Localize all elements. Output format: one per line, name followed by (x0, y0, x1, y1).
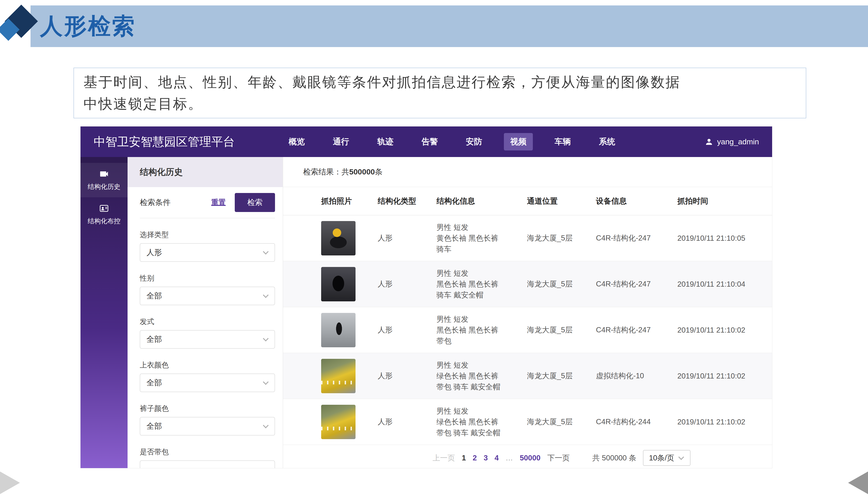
cell-type: 人形 (378, 371, 437, 381)
column-header-device: 设备信息 (596, 196, 678, 206)
app-header: 中智卫安智慧园区管理平台 概览 通行 轨迹 告警 安防 视频 车辆 系统 yan… (81, 126, 772, 157)
cell-device: C4R-结构化-247 (596, 325, 678, 335)
select-value: 全部 (147, 378, 162, 388)
cell-info: 男性 短发 绿色长袖 黑色长裤 带包 骑车 戴安全帽 (437, 360, 527, 392)
select-value: 人形 (147, 247, 162, 258)
sidebar-item-structured-control[interactable]: 结构化布控 (81, 197, 128, 232)
slide-forward-arrow[interactable] (848, 471, 868, 494)
hairstyle-select[interactable]: 全部 (140, 330, 275, 349)
field-label: 选择类型 (140, 230, 275, 239)
cell-type: 人形 (378, 279, 437, 289)
nav-item-vehicle[interactable]: 车辆 (548, 133, 577, 150)
nav-item-overview[interactable]: 概览 (282, 133, 311, 150)
chevron-down-icon (263, 292, 268, 298)
nav-item-system[interactable]: 系统 (592, 133, 622, 150)
capture-photo[interactable] (321, 405, 356, 439)
pagination-page-4[interactable]: 4 (495, 454, 499, 462)
pagination-next[interactable]: 下一页 (547, 453, 570, 463)
form-field-top-color: 上衣颜色 全部 (140, 361, 275, 392)
column-header-location: 通道位置 (527, 196, 596, 206)
info-line: 男性 短发 (437, 314, 527, 325)
platform-title: 中智卫安智慧园区管理平台 (94, 134, 235, 150)
form-field-has-bag: 是否带包 (140, 447, 275, 468)
cell-location: 海龙大厦_5层 (527, 371, 596, 381)
capture-photo[interactable] (321, 359, 356, 393)
id-card-icon (99, 203, 109, 214)
chevron-down-icon (263, 423, 268, 428)
field-label: 是否带包 (140, 447, 275, 456)
search-button[interactable]: 检索 (235, 193, 275, 212)
cell-time: 2019/10/11 21:10:02 (678, 372, 763, 380)
top-color-select[interactable]: 全部 (140, 374, 275, 392)
cell-type: 人形 (378, 325, 437, 335)
filter-panel: 结构化历史 检索条件 重置 检索 选择类型 人形 (128, 157, 283, 468)
cell-time: 2019/10/11 21:10:05 (678, 234, 763, 242)
capture-photo[interactable] (321, 313, 356, 347)
nav-item-access[interactable]: 通行 (327, 133, 356, 150)
cell-type: 人形 (378, 417, 437, 427)
form-field-type: 选择类型 人形 (140, 230, 275, 262)
title-banner: 人形检索 (31, 5, 868, 47)
results-prefix: 检索结果：共 (303, 167, 349, 177)
cell-device: C4R-结构化-247 (596, 233, 678, 243)
cell-time: 2019/10/11 21:10:04 (678, 280, 763, 288)
pagination-prev[interactable]: 上一页 (433, 453, 455, 463)
page-size-select[interactable]: 10条/页 (643, 450, 691, 466)
chevron-down-icon (263, 379, 268, 385)
panel-header-title: 结构化历史 (140, 166, 183, 178)
description-line: 基于时间、地点、性别、年龄、戴眼镜等条件对抓拍信息进行检索，方便从海量的图像数据 (83, 71, 796, 93)
panel-divider (140, 218, 275, 218)
pants-color-select[interactable]: 全部 (140, 417, 275, 435)
select-value: 全部 (147, 291, 162, 301)
pagination-page-2[interactable]: 2 (473, 454, 477, 462)
pagination-page-3[interactable]: 3 (484, 454, 488, 462)
main-area: 检索结果：共500000条 抓拍照片 结构化类型 结构化信息 通道位置 设备信息… (283, 157, 772, 468)
pagination-page-1[interactable]: 1 (462, 454, 466, 462)
slide: 人形检索 基于时间、地点、性别、年龄、戴眼镜等条件对抓拍信息进行检索，方便从海量… (0, 0, 868, 500)
info-line: 男性 短发 (437, 406, 527, 417)
table-row[interactable]: 人形 男性 短发 黑色长袖 黑色长裤 带包 海龙大厦_5层 C4R-结构化-24… (283, 307, 772, 353)
type-select[interactable]: 人形 (140, 243, 275, 262)
table-row[interactable]: 人形 男性 短发 黑色长袖 黑色长裤 骑车 戴安全帽 海龙大厦_5层 C4R-结… (283, 261, 772, 307)
nav-item-alarm[interactable]: 告警 (415, 133, 444, 150)
description-line: 中快速锁定目标。 (83, 93, 796, 115)
column-header-photo: 抓拍照片 (321, 196, 378, 206)
user-menu[interactable]: yang_admin (705, 137, 759, 146)
cell-info: 男性 短发 黑色长袖 黑色长裤 骑车 戴安全帽 (437, 268, 527, 300)
reset-button[interactable]: 重置 (211, 197, 226, 207)
select-value: 全部 (147, 421, 162, 431)
cell-info: 男性 短发 绿色长袖 黑色长裤 带包 骑车 戴安全帽 (437, 406, 527, 438)
app-nav: 概览 通行 轨迹 告警 安防 视频 车辆 系统 (282, 133, 622, 150)
sidebar-item-label: 结构化布控 (88, 217, 120, 226)
info-line: 骑车 (437, 244, 527, 254)
conditions-row: 检索条件 重置 检索 (140, 193, 275, 212)
chevron-down-icon (263, 466, 268, 468)
sidebar-item-structured-history[interactable]: 结构化历史 (81, 163, 128, 197)
form-field-pants-color: 裤子颜色 全部 (140, 404, 275, 435)
has-bag-select[interactable] (140, 461, 275, 468)
capture-photo[interactable] (321, 267, 356, 302)
field-label: 上衣颜色 (140, 361, 275, 370)
column-header-type: 结构化类型 (378, 196, 437, 206)
info-line: 黑色长袖 黑色长裤 (437, 325, 527, 336)
nav-item-trajectory[interactable]: 轨迹 (371, 133, 400, 150)
cell-location: 海龙大厦_5层 (527, 325, 596, 335)
table-row[interactable]: 人形 男性 短发 绿色长袖 黑色长裤 带包 骑车 戴安全帽 海龙大厦_5层 虚拟… (283, 353, 772, 399)
pagination-page-last[interactable]: 50000 (520, 454, 541, 462)
gender-select[interactable]: 全部 (140, 287, 275, 305)
chevron-down-icon (679, 454, 684, 460)
table-row[interactable]: 人形 男性 短发 黄色长袖 黑色长裤 骑车 海龙大厦_5层 C4R-结构化-24… (283, 215, 772, 261)
column-header-info: 结构化信息 (437, 196, 527, 206)
user-name: yang_admin (717, 137, 759, 146)
capture-photo[interactable] (321, 221, 356, 255)
slide-back-arrow[interactable] (0, 471, 20, 494)
nav-item-security[interactable]: 安防 (460, 133, 488, 150)
page-size-value: 10条/页 (649, 453, 674, 463)
form-field-hairstyle: 发式 全部 (140, 317, 275, 349)
info-line: 带包 (437, 336, 527, 346)
info-line: 带包 骑车 戴安全帽 (437, 382, 527, 392)
cell-info: 男性 短发 黄色长袖 黑色长裤 骑车 (437, 222, 527, 254)
chevron-down-icon (263, 249, 268, 254)
nav-item-video[interactable]: 视频 (504, 133, 533, 150)
table-row[interactable]: 人形 男性 短发 绿色长袖 黑色长裤 带包 骑车 戴安全帽 海龙大厦_5层 C4… (283, 399, 772, 445)
